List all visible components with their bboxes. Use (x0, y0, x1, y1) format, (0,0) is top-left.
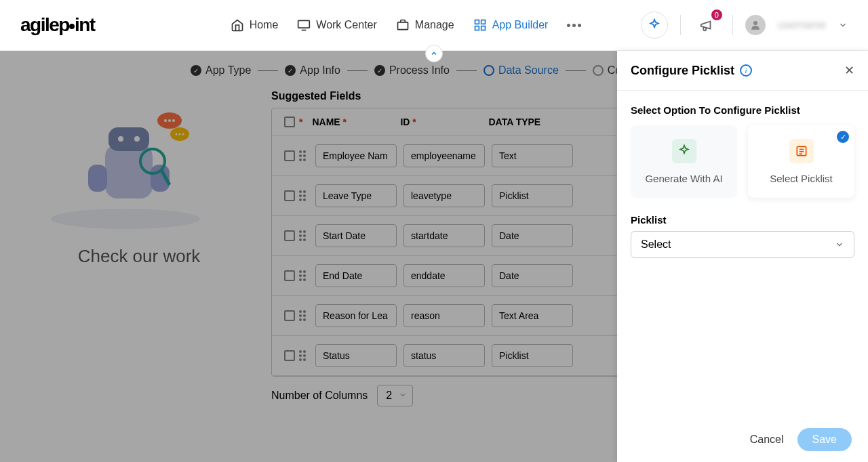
notification-badge: 0 (711, 9, 722, 20)
option-pick-label: Select Picklist (755, 173, 848, 184)
section-label: Select Option To Configure Picklist (631, 104, 854, 116)
notifications-button[interactable]: 0 (693, 12, 720, 39)
briefcase-icon (396, 18, 410, 32)
app-header: agilepint Home Work Center Manage App Bu… (0, 0, 868, 51)
nav-manage[interactable]: Manage (396, 18, 454, 32)
sparkle-icon (672, 139, 696, 163)
person-icon (749, 19, 762, 31)
home-icon (231, 18, 244, 32)
nav-app-builder-label: App Builder (492, 19, 549, 31)
nav-work-center-label: Work Center (316, 19, 377, 31)
sparkle-icon (648, 18, 661, 32)
panel-body: Select Option To Configure Picklist Gene… (617, 91, 868, 417)
save-button[interactable]: Save (797, 428, 852, 451)
svg-rect-0 (298, 20, 310, 28)
main-area: ✓App Type ✓App Info ✓Process Info Data S… (0, 51, 868, 462)
header-right: 0 username (641, 12, 848, 39)
monitor-icon (297, 18, 311, 32)
grid-icon (473, 18, 487, 32)
picklist-label: Picklist (631, 214, 854, 226)
chevron-down-icon[interactable] (838, 20, 848, 30)
info-icon[interactable]: i (740, 64, 752, 77)
divider (680, 15, 681, 35)
nav-manage-label: Manage (415, 19, 454, 31)
svg-rect-5 (475, 26, 479, 30)
expand-toggle[interactable] (425, 45, 443, 62)
chevron-down-icon (835, 240, 844, 249)
picklist-select[interactable]: Select (631, 231, 854, 258)
svg-rect-6 (481, 26, 485, 30)
configure-picklist-panel: Configure Picklist i ✕ Select Option To … (617, 51, 868, 462)
nav-work-center[interactable]: Work Center (297, 18, 377, 32)
svg-point-7 (753, 21, 757, 25)
svg-rect-2 (397, 22, 408, 30)
nav-home[interactable]: Home (231, 18, 279, 32)
nav-app-builder[interactable]: App Builder (473, 18, 549, 32)
picklist-placeholder: Select (641, 238, 671, 251)
option-generate-ai[interactable]: Generate With AI (631, 125, 737, 198)
logo: agilepint (20, 14, 95, 36)
cancel-button[interactable]: Cancel (750, 434, 784, 446)
close-icon[interactable]: ✕ (844, 63, 854, 78)
option-select-picklist[interactable]: ✓ Select Picklist (748, 125, 854, 198)
more-menu-icon[interactable] (567, 24, 581, 27)
option-row: Generate With AI ✓ Select Picklist (631, 125, 854, 198)
option-ai-label: Generate With AI (637, 173, 730, 184)
divider (732, 15, 733, 35)
megaphone-icon (699, 18, 714, 33)
panel-title: Configure Picklist (631, 64, 734, 78)
check-icon: ✓ (837, 131, 849, 143)
nav-home-label: Home (250, 19, 279, 31)
panel-footer: Cancel Save (617, 417, 868, 462)
svg-rect-3 (475, 20, 479, 24)
top-nav: Home Work Center Manage App Builder (231, 18, 582, 32)
ai-button[interactable] (641, 12, 668, 39)
user-name: username (778, 19, 826, 31)
user-avatar[interactable] (745, 15, 766, 35)
svg-rect-4 (481, 20, 485, 24)
panel-header: Configure Picklist i ✕ (617, 51, 868, 91)
chevron-up-icon (430, 49, 438, 58)
list-icon (789, 139, 814, 163)
